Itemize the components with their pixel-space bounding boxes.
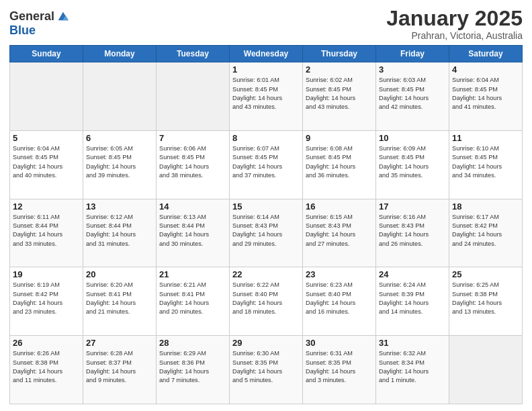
day-number: 8 (232, 133, 300, 143)
title-block: January 2025 Prahran, Victoria, Australi… (386, 7, 523, 41)
day-info: Sunrise: 6:20 AM Sunset: 8:41 PM Dayligh… (86, 281, 153, 316)
day-info: Sunrise: 6:26 AM Sunset: 8:38 PM Dayligh… (13, 349, 80, 385)
day-number: 4 (452, 64, 519, 75)
day-info: Sunrise: 6:14 AM Sunset: 8:43 PM Dayligh… (232, 213, 300, 248)
day-number: 7 (159, 133, 226, 143)
calendar-cell: 17Sunrise: 6:16 AM Sunset: 8:43 PM Dayli… (376, 199, 449, 267)
day-of-week-header: Sunday (10, 46, 83, 62)
day-info: Sunrise: 6:07 AM Sunset: 8:45 PM Dayligh… (232, 144, 300, 180)
day-info: Sunrise: 6:13 AM Sunset: 8:44 PM Dayligh… (159, 213, 226, 248)
day-number: 18 (452, 201, 519, 212)
calendar-cell (449, 336, 523, 404)
day-info: Sunrise: 6:04 AM Sunset: 8:45 PM Dayligh… (452, 76, 519, 111)
day-info: Sunrise: 6:23 AM Sunset: 8:40 PM Dayligh… (306, 281, 373, 316)
day-number: 26 (13, 338, 80, 348)
day-number: 23 (306, 269, 373, 279)
day-info: Sunrise: 6:32 AM Sunset: 8:34 PM Dayligh… (379, 349, 446, 385)
calendar-cell: 2Sunrise: 6:02 AM Sunset: 8:45 PM Daylig… (303, 62, 376, 131)
day-number: 27 (86, 338, 153, 348)
day-info: Sunrise: 6:04 AM Sunset: 8:45 PM Dayligh… (13, 144, 80, 180)
day-of-week-header: Tuesday (157, 46, 230, 62)
calendar-cell: 12Sunrise: 6:11 AM Sunset: 8:44 PM Dayli… (10, 199, 83, 267)
calendar-cell (83, 62, 157, 131)
day-number: 15 (232, 201, 300, 212)
day-number: 17 (379, 201, 446, 212)
day-info: Sunrise: 6:05 AM Sunset: 8:45 PM Dayligh… (86, 144, 153, 180)
calendar-cell: 26Sunrise: 6:26 AM Sunset: 8:38 PM Dayli… (10, 336, 83, 404)
calendar-cell: 1Sunrise: 6:01 AM Sunset: 8:45 PM Daylig… (230, 62, 303, 131)
day-of-week-header: Friday (376, 46, 449, 62)
calendar-cell: 7Sunrise: 6:06 AM Sunset: 8:45 PM Daylig… (157, 130, 230, 199)
calendar-cell: 24Sunrise: 6:24 AM Sunset: 8:39 PM Dayli… (376, 267, 449, 336)
day-number: 30 (306, 338, 373, 348)
logo-icon (56, 9, 71, 24)
calendar-cell: 14Sunrise: 6:13 AM Sunset: 8:44 PM Dayli… (157, 199, 230, 267)
day-info: Sunrise: 6:03 AM Sunset: 8:45 PM Dayligh… (379, 76, 446, 111)
calendar-cell: 10Sunrise: 6:09 AM Sunset: 8:45 PM Dayli… (376, 130, 449, 199)
calendar-cell: 18Sunrise: 6:17 AM Sunset: 8:42 PM Dayli… (449, 199, 523, 267)
day-info: Sunrise: 6:06 AM Sunset: 8:45 PM Dayligh… (159, 144, 226, 180)
calendar-cell: 6Sunrise: 6:05 AM Sunset: 8:45 PM Daylig… (83, 130, 157, 199)
day-of-week-header: Monday (83, 46, 157, 62)
day-number: 25 (452, 269, 519, 279)
month-title: January 2025 (386, 7, 523, 30)
day-info: Sunrise: 6:19 AM Sunset: 8:42 PM Dayligh… (13, 281, 80, 316)
logo: General Blue (9, 9, 71, 38)
logo-blue-text: Blue (9, 24, 71, 38)
calendar-week-row: 26Sunrise: 6:26 AM Sunset: 8:38 PM Dayli… (10, 336, 523, 404)
day-number: 10 (379, 133, 446, 143)
calendar-cell: 3Sunrise: 6:03 AM Sunset: 8:45 PM Daylig… (376, 62, 449, 131)
day-number: 2 (306, 64, 373, 75)
calendar-cell: 27Sunrise: 6:28 AM Sunset: 8:37 PM Dayli… (83, 336, 157, 404)
day-info: Sunrise: 6:02 AM Sunset: 8:45 PM Dayligh… (306, 76, 373, 111)
day-info: Sunrise: 6:31 AM Sunset: 8:35 PM Dayligh… (306, 349, 373, 385)
calendar-cell: 13Sunrise: 6:12 AM Sunset: 8:44 PM Dayli… (83, 199, 157, 267)
calendar-week-row: 19Sunrise: 6:19 AM Sunset: 8:42 PM Dayli… (10, 267, 523, 336)
day-number: 3 (379, 64, 446, 75)
logo-general-text: General (9, 10, 54, 24)
day-number: 9 (306, 133, 373, 143)
day-info: Sunrise: 6:11 AM Sunset: 8:44 PM Dayligh… (13, 213, 80, 248)
calendar-cell: 8Sunrise: 6:07 AM Sunset: 8:45 PM Daylig… (230, 130, 303, 199)
header: General Blue January 2025 Prahran, Victo… (9, 7, 523, 41)
day-info: Sunrise: 6:12 AM Sunset: 8:44 PM Dayligh… (86, 213, 153, 248)
day-info: Sunrise: 6:21 AM Sunset: 8:41 PM Dayligh… (159, 281, 226, 316)
day-info: Sunrise: 6:25 AM Sunset: 8:38 PM Dayligh… (452, 281, 519, 316)
day-number: 16 (306, 201, 373, 212)
day-info: Sunrise: 6:08 AM Sunset: 8:45 PM Dayligh… (306, 144, 373, 180)
day-number: 6 (86, 133, 153, 143)
day-number: 13 (86, 201, 153, 212)
calendar-cell: 22Sunrise: 6:22 AM Sunset: 8:40 PM Dayli… (230, 267, 303, 336)
day-number: 12 (13, 201, 80, 212)
day-info: Sunrise: 6:17 AM Sunset: 8:42 PM Dayligh… (452, 213, 519, 248)
day-number: 5 (13, 133, 80, 143)
calendar-header-row: SundayMondayTuesdayWednesdayThursdayFrid… (10, 46, 523, 62)
calendar-cell: 11Sunrise: 6:10 AM Sunset: 8:45 PM Dayli… (449, 130, 523, 199)
calendar-cell: 5Sunrise: 6:04 AM Sunset: 8:45 PM Daylig… (10, 130, 83, 199)
day-number: 31 (379, 338, 446, 348)
day-number: 19 (13, 269, 80, 279)
day-info: Sunrise: 6:15 AM Sunset: 8:43 PM Dayligh… (306, 213, 373, 248)
day-number: 14 (159, 201, 226, 212)
day-number: 24 (379, 269, 446, 279)
day-info: Sunrise: 6:10 AM Sunset: 8:45 PM Dayligh… (452, 144, 519, 180)
day-of-week-header: Thursday (303, 46, 376, 62)
day-number: 20 (86, 269, 153, 279)
calendar-cell: 15Sunrise: 6:14 AM Sunset: 8:43 PM Dayli… (230, 199, 303, 267)
calendar-cell: 4Sunrise: 6:04 AM Sunset: 8:45 PM Daylig… (449, 62, 523, 131)
calendar-cell: 21Sunrise: 6:21 AM Sunset: 8:41 PM Dayli… (157, 267, 230, 336)
calendar-cell: 16Sunrise: 6:15 AM Sunset: 8:43 PM Dayli… (303, 199, 376, 267)
page: General Blue January 2025 Prahran, Victo… (0, 0, 532, 411)
day-number: 21 (159, 269, 226, 279)
calendar-cell (157, 62, 230, 131)
calendar-cell (10, 62, 83, 131)
calendar-cell: 31Sunrise: 6:32 AM Sunset: 8:34 PM Dayli… (376, 336, 449, 404)
calendar-cell: 19Sunrise: 6:19 AM Sunset: 8:42 PM Dayli… (10, 267, 83, 336)
day-number: 22 (232, 269, 300, 279)
calendar-cell: 30Sunrise: 6:31 AM Sunset: 8:35 PM Dayli… (303, 336, 376, 404)
day-info: Sunrise: 6:01 AM Sunset: 8:45 PM Dayligh… (232, 76, 300, 111)
day-number: 11 (452, 133, 519, 143)
day-info: Sunrise: 6:22 AM Sunset: 8:40 PM Dayligh… (232, 281, 300, 316)
day-number: 29 (232, 338, 300, 348)
calendar-cell: 25Sunrise: 6:25 AM Sunset: 8:38 PM Dayli… (449, 267, 523, 336)
